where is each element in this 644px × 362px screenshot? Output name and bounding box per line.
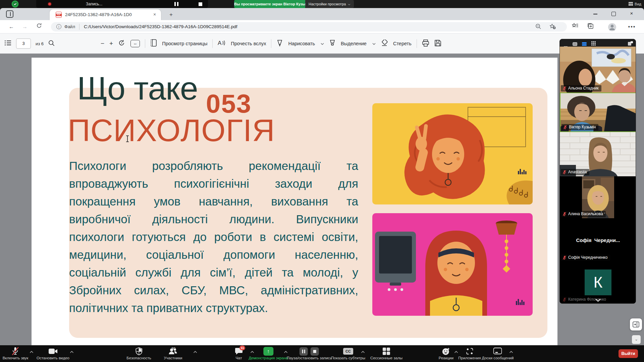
workspaces-icon[interactable] xyxy=(6,10,13,18)
captions-button[interactable]: CC Показать субтитры xyxy=(331,345,365,360)
rotate-icon[interactable] xyxy=(118,39,125,48)
zoom-toolbar: Включить звук Остановить видео Безопасно… xyxy=(0,345,644,362)
draw-label[interactable]: Нарисовать xyxy=(288,41,315,46)
share-screen-button[interactable]: ↑ Демонстрация экрана xyxy=(249,345,288,360)
pause-recording-icon[interactable] xyxy=(300,347,308,356)
window-minimize-button[interactable] xyxy=(588,8,603,19)
page-view-icon[interactable] xyxy=(150,39,157,48)
forward-icon[interactable]: → xyxy=(21,23,29,31)
add-favorite-icon[interactable] xyxy=(549,23,556,30)
stop-recording-icon[interactable] xyxy=(199,2,202,6)
zoom-in-icon[interactable]: + xyxy=(109,40,113,47)
draw-chevron-icon[interactable] xyxy=(321,42,324,46)
reactions-button[interactable]: Реакции xyxy=(439,345,453,360)
chat-bubble-icon: 11 xyxy=(235,347,243,356)
zoom-out-icon[interactable]: − xyxy=(101,40,104,47)
page-info-icon[interactable]: i xyxy=(56,24,61,29)
read-aloud-icon[interactable]: A xyxy=(218,40,226,48)
back-icon[interactable]: ← xyxy=(7,23,15,31)
participant-name-label: Софія Чередниченко xyxy=(561,254,610,261)
recording-label: Запись... xyxy=(86,2,102,6)
recording-indicator: Запись... xyxy=(36,0,208,8)
read-aloud-label[interactable]: Прочесть вслух xyxy=(231,41,266,46)
apps-button[interactable]: Приложения xyxy=(458,345,481,360)
scroll-down-button[interactable]: ⌄ xyxy=(632,335,641,344)
window-close-button[interactable]: × xyxy=(624,8,639,19)
captions-chevron-icon[interactable] xyxy=(361,349,365,355)
browser-menu-icon[interactable]: ••• xyxy=(628,23,636,31)
browser-toolbar: ← → i Файл C:/Users/Victor/Downloads/24F… xyxy=(0,20,644,34)
mic-muted-icon xyxy=(562,297,567,302)
whiteboards-button[interactable]: Доски сообщений xyxy=(482,345,514,360)
zoom-top-bar: Запись... Вы просматриваете экран Віктор… xyxy=(0,0,644,8)
participant-tile[interactable]: Альона Стадник xyxy=(560,47,636,93)
participants-chevron-icon[interactable] xyxy=(194,349,197,355)
profile-avatar[interactable] xyxy=(608,23,616,31)
page-total-label: из 6 xyxy=(36,41,44,46)
participant-tile-active[interactable]: Віктор Кузьмін xyxy=(560,93,636,132)
participant-name-label: Віктор Кузьмін xyxy=(561,124,598,130)
favorites-bar-icon[interactable] xyxy=(571,23,579,31)
panel-collapse-chevron-icon[interactable] xyxy=(595,299,601,302)
panel-view-controls xyxy=(560,39,636,47)
panel-layout-icon[interactable] xyxy=(628,41,633,47)
view-settings-menu[interactable]: Настройки просмотра xyxy=(305,0,354,8)
security-button[interactable]: Безопасность xyxy=(126,345,151,360)
collections-icon[interactable] xyxy=(586,23,594,31)
mic-muted-icon xyxy=(562,212,567,216)
browser-tab[interactable]: PDF 24F5235D-1362-4879-A16A-1D0 × xyxy=(50,9,161,20)
pause-recording-icon[interactable] xyxy=(174,2,178,6)
participant-tile[interactable]: Софія Чередни... Софія Чередниченко xyxy=(560,218,636,262)
video-options-chevron-icon[interactable] xyxy=(70,349,74,355)
chat-button[interactable]: 11 Чат xyxy=(235,345,243,360)
page-number-input[interactable]: 3 xyxy=(16,39,31,49)
highlight-chevron-icon[interactable] xyxy=(372,42,376,46)
page-view-label[interactable]: Просмотр страницы xyxy=(162,41,207,46)
pause-stop-recording-button[interactable]: Пауза/остановить запись xyxy=(287,345,332,360)
zoom-level-icon[interactable] xyxy=(535,23,542,30)
erase-icon[interactable] xyxy=(381,40,388,48)
grid-view-icon[interactable] xyxy=(591,41,596,47)
breakout-rooms-button[interactable]: Сессионные залы xyxy=(370,345,402,360)
draw-icon[interactable] xyxy=(276,40,283,48)
participant-tile[interactable]: Anastasiia xyxy=(560,132,636,176)
address-bar[interactable]: i Файл C:/Users/Victor/Downloads/24F5235… xyxy=(51,22,567,32)
slide-heading-small: Що таке xyxy=(77,70,198,107)
view-menu-button[interactable]: Вид xyxy=(629,0,641,8)
chat-badge: 11 xyxy=(239,346,245,350)
new-tab-button[interactable]: + xyxy=(167,11,175,19)
open-sidebar-button[interactable] xyxy=(630,318,642,330)
window-maximize-button[interactable] xyxy=(606,8,621,19)
highlight-icon[interactable] xyxy=(329,40,336,48)
mic-muted-icon xyxy=(562,255,567,260)
reactions-chevron-icon[interactable] xyxy=(454,349,458,355)
toc-icon[interactable] xyxy=(5,40,11,47)
refresh-icon[interactable] xyxy=(35,23,43,31)
erase-label[interactable]: Стереть xyxy=(393,41,412,46)
participant-tile[interactable]: Алина Василькова xyxy=(560,176,636,218)
participants-button[interactable]: 30 Участники xyxy=(164,345,182,360)
highlight-label[interactable]: Выделение xyxy=(341,41,367,46)
print-icon[interactable] xyxy=(422,40,429,48)
avatar: К xyxy=(585,269,611,295)
mic-options-chevron-icon[interactable] xyxy=(30,349,34,355)
participant-tile[interactable]: К Катерина Філоненко xyxy=(560,262,636,304)
pdf-file-icon: PDF xyxy=(56,12,62,18)
leave-button[interactable]: Выйти xyxy=(619,349,638,358)
whiteboards-chevron-icon[interactable] xyxy=(509,349,513,355)
edge-browser-window: PDF 24F5235D-1362-4879-A16A-1D0 × + × ← … xyxy=(0,8,644,345)
participant-name-label: Anastasiia xyxy=(561,169,589,175)
stop-video-button[interactable]: Остановить видео xyxy=(37,345,69,360)
tab-close-icon[interactable]: × xyxy=(152,12,158,18)
pdf-viewport[interactable]: Що таке 053 ПСИХОЛОГІЯ Психологи розробл… xyxy=(0,54,644,353)
stop-recording-icon[interactable] xyxy=(311,347,319,356)
file-scheme-label: Файл xyxy=(64,24,75,29)
save-icon[interactable] xyxy=(434,40,441,48)
participant-name-label: Катерина Філоненко xyxy=(561,296,609,303)
screen: Запись... Вы просматриваете экран Віктор… xyxy=(0,0,644,362)
view-grid-icon xyxy=(629,2,633,6)
meeting-info-shield-icon[interactable] xyxy=(11,0,21,8)
fit-width-icon[interactable]: ↔ xyxy=(130,40,140,47)
search-icon[interactable] xyxy=(48,40,55,48)
unmute-button[interactable]: Включить звук xyxy=(3,345,29,360)
